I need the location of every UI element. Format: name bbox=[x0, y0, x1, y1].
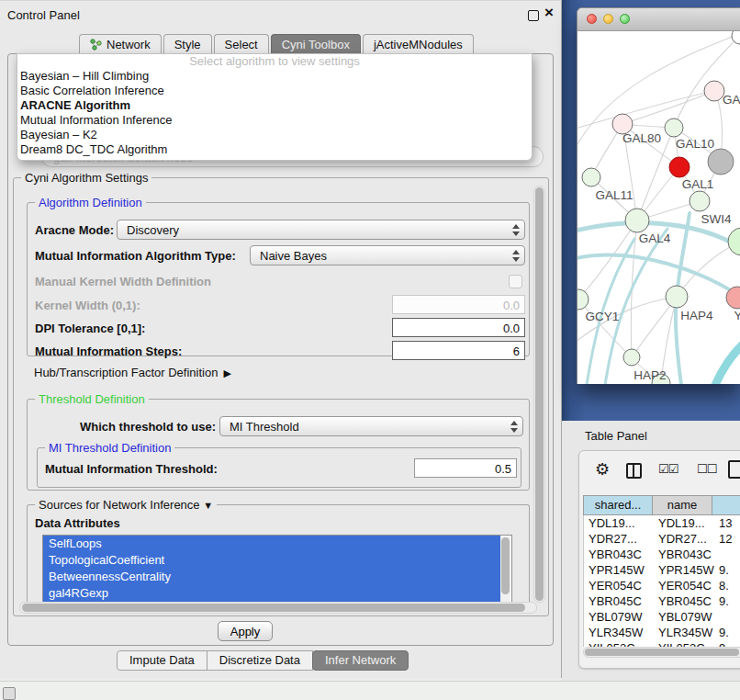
float-panel-button[interactable] bbox=[528, 10, 539, 21]
network-edge[interactable] bbox=[622, 91, 714, 124]
column-header-shared[interactable]: shared... bbox=[583, 495, 653, 515]
tab-network[interactable]: Network bbox=[79, 34, 162, 54]
network-node-gal1[interactable] bbox=[690, 191, 710, 211]
algorithm-option-bayesian-k2[interactable]: Bayesian – K2 bbox=[17, 128, 532, 142]
table-row[interactable]: YLR345WYLR345W9. bbox=[584, 625, 740, 640]
data-attributes-list: SelfLoopsTopologicalCoefficientBetweenne… bbox=[43, 536, 511, 602]
tab-select[interactable]: Select bbox=[214, 34, 269, 54]
tab-style[interactable]: Style bbox=[163, 34, 212, 54]
scrollbar-thumb[interactable] bbox=[535, 187, 544, 601]
aracne-mode-select[interactable]: Discovery bbox=[117, 220, 525, 240]
network-edge[interactable] bbox=[577, 255, 740, 299]
minimize-window-button[interactable] bbox=[603, 14, 613, 24]
data-attributes-listbox: SelfLoopsTopologicalCoefficientBetweenne… bbox=[42, 535, 512, 606]
scrollbar-thumb[interactable] bbox=[22, 604, 525, 612]
gear-icon[interactable]: ⚙ bbox=[595, 460, 610, 479]
table-row[interactable]: YDR27...YDR27...12 bbox=[584, 531, 740, 547]
algorithm-option-basic-correlation-inference[interactable]: Basic Correlation Inference bbox=[17, 84, 532, 98]
table-row[interactable]: YDL19...YDL19...13 bbox=[584, 515, 740, 531]
sources-legend[interactable]: Sources for Network Inference ▼ bbox=[35, 498, 217, 512]
network-node[interactable] bbox=[728, 228, 740, 255]
table-cell: 9. bbox=[714, 593, 740, 609]
which-threshold-select[interactable]: MI Threshold bbox=[219, 416, 523, 436]
cyni-settings-legend: Cyni Algorithm Settings bbox=[21, 171, 151, 185]
close-window-button[interactable] bbox=[587, 14, 597, 24]
scrollbar-thumb[interactable] bbox=[501, 537, 510, 594]
network-node[interactable] bbox=[669, 157, 690, 177]
zoom-window-button[interactable] bbox=[620, 14, 630, 24]
bottom-tab-impute-data[interactable]: Impute Data bbox=[117, 650, 207, 671]
mi-algorithm-type-select[interactable]: Naive Bayes bbox=[250, 245, 525, 265]
network-window-titlebar[interactable] bbox=[577, 8, 740, 31]
tab-cyni-toolbox[interactable]: Cyni Toolbox bbox=[271, 34, 361, 54]
attribute-topologicalcoefficient[interactable]: TopologicalCoefficient bbox=[43, 552, 500, 569]
attribute-selfloops[interactable]: SelfLoops bbox=[43, 536, 500, 552]
data-attributes-label: Data Attributes bbox=[35, 516, 120, 530]
table-row[interactable]: YIL052CYIL052C9 bbox=[584, 640, 740, 647]
close-panel-icon[interactable]: × bbox=[544, 4, 554, 22]
attribute-betweennesscentrality[interactable]: BetweennessCentrality bbox=[43, 569, 500, 585]
apply-button[interactable]: Apply bbox=[218, 621, 273, 641]
table-cell: YLR345W bbox=[654, 625, 714, 640]
column-header-name[interactable]: name bbox=[652, 495, 712, 515]
screen: Control Panel × NetworkStyleSelectCyni T… bbox=[0, 0, 740, 700]
hub-definition-label: Hub/Transcription Factor Definition bbox=[34, 366, 218, 379]
table-horizontal-scrollbar[interactable] bbox=[583, 647, 740, 658]
table-row[interactable]: YER054CYER054C8. bbox=[584, 578, 740, 593]
aracne-mode-value: Discovery bbox=[127, 223, 179, 237]
algorithm-option-mutual-information-inference[interactable]: Mutual Information Inference bbox=[17, 113, 532, 128]
aracne-mode-label: Aracne Mode: bbox=[35, 223, 114, 237]
table-cell: YBL079W bbox=[654, 609, 714, 625]
table-row[interactable]: YBR043CYBR043C bbox=[584, 547, 740, 562]
network-canvas[interactable]: GALGAL80GAL10GAL11GAL1SWI4GAL4GCY1HAP4YH… bbox=[577, 31, 740, 384]
network-edge[interactable] bbox=[577, 91, 714, 130]
network-node-hap4[interactable] bbox=[666, 286, 688, 308]
panel-corner-icon[interactable] bbox=[3, 687, 16, 700]
columns-icon[interactable] bbox=[626, 463, 642, 479]
attributes-scrollbar[interactable] bbox=[500, 536, 510, 604]
node-label-hap2: HAP2 bbox=[633, 368, 666, 382]
export-table-icon[interactable] bbox=[728, 460, 740, 479]
table-row[interactable]: YPR145WYPR145W9. bbox=[584, 562, 740, 578]
settings-horizontal-scrollbar[interactable] bbox=[19, 602, 537, 614]
network-node-gal11[interactable] bbox=[582, 168, 600, 186]
status-strip bbox=[0, 681, 740, 700]
mi-threshold-label: Mutual Information Threshold: bbox=[45, 462, 218, 476]
mi-threshold-input[interactable]: 0.5 bbox=[414, 458, 517, 478]
deselect-all-checkboxes-icon[interactable]: ☐☐ bbox=[697, 462, 716, 476]
table-cell: YDR27... bbox=[584, 531, 654, 547]
network-node-gal[interactable] bbox=[704, 81, 724, 101]
network-edge[interactable] bbox=[674, 36, 740, 128]
network-edge[interactable] bbox=[578, 220, 637, 299]
algorithm-option-aracne-algorithm[interactable]: ARACNE Algorithm bbox=[17, 98, 532, 113]
select-all-checkboxes-icon[interactable]: ☑☑ bbox=[658, 462, 678, 476]
table-row[interactable]: YBL079WYBL079W bbox=[584, 609, 740, 625]
scrollbar-thumb[interactable] bbox=[585, 649, 739, 656]
tab-jactivemnodules[interactable]: jActiveMNodules bbox=[363, 34, 474, 54]
table-row[interactable]: YBR045CYBR045C9. bbox=[584, 593, 740, 609]
network-node-gal4[interactable] bbox=[625, 209, 649, 232]
bottom-tab-discretize-data[interactable]: Discretize Data bbox=[207, 650, 313, 671]
algorithm-option-dream8-dc-tdc-algorithm[interactable]: Dream8 DC_TDC Algorithm bbox=[17, 142, 532, 157]
network-edge[interactable] bbox=[715, 343, 740, 384]
attribute-gal4rgexp[interactable]: gal4RGexp bbox=[43, 585, 500, 602]
settings-vertical-scrollbar[interactable] bbox=[533, 186, 545, 603]
tab-label: Network bbox=[107, 35, 151, 54]
manual-kernel-width-checkbox[interactable] bbox=[509, 275, 522, 288]
network-node-gal10[interactable] bbox=[665, 119, 683, 137]
column-header-extra[interactable] bbox=[712, 495, 740, 515]
dpi-tolerance-input[interactable]: 0.0 bbox=[392, 318, 525, 337]
bottom-tab-infer-network[interactable]: Infer Network bbox=[312, 650, 409, 671]
algorithm-option-bayesian-hill-climbing[interactable]: Bayesian – Hill Climbing bbox=[17, 69, 532, 84]
hub-definition-toggle[interactable]: Hub/Transcription Factor Definition▶ bbox=[34, 366, 231, 379]
manual-kernel-width-label: Manual Kernel Width Definition bbox=[35, 275, 211, 288]
table-cell: YBR043C bbox=[584, 547, 654, 562]
network-node[interactable] bbox=[708, 149, 734, 175]
kernel-width-input[interactable]: 0.0 bbox=[392, 295, 525, 314]
table-cell: YPR145W bbox=[654, 562, 714, 578]
algorithm-definition-group: Algorithm Definition Aracne Mode: Discov… bbox=[27, 202, 530, 356]
network-node-hap2[interactable] bbox=[623, 349, 640, 366]
mi-algorithm-type-label: Mutual Information Algorithm Type: bbox=[35, 249, 236, 263]
mi-steps-input[interactable]: 6 bbox=[392, 341, 525, 360]
network-node-gcy1[interactable] bbox=[577, 289, 589, 310]
